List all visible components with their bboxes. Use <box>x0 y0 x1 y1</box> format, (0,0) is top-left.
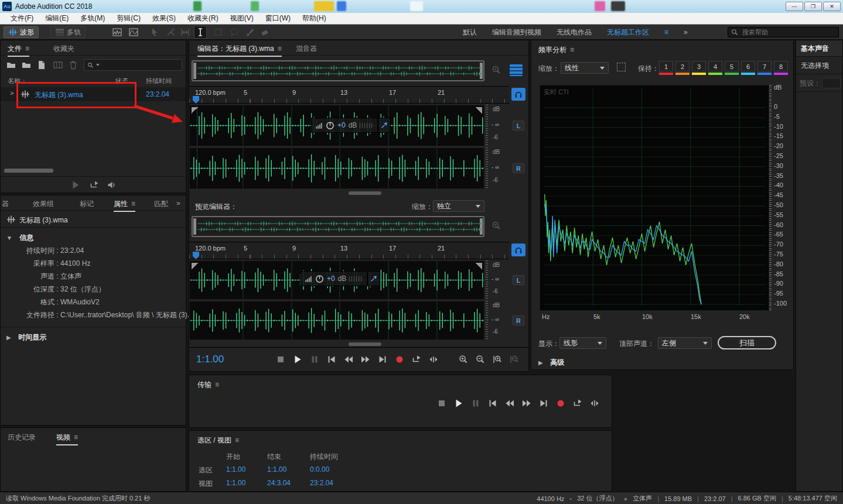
monitor-headphone-button[interactable] <box>511 244 525 256</box>
selection-time-value[interactable]: 1:1.00 <box>226 465 245 474</box>
zoom-in-button[interactable] <box>459 355 468 364</box>
selection-time-value[interactable]: 1:1.00 <box>267 465 286 474</box>
skip-to-end-button[interactable] <box>539 399 548 408</box>
move-playhead-button[interactable] <box>590 399 599 408</box>
fast-forward-button[interactable] <box>361 355 370 364</box>
expand-chevron-icon[interactable]: > <box>10 90 13 97</box>
gain-value[interactable]: +0 <box>337 121 346 129</box>
panel-menu-icon[interactable]: ≡ <box>74 433 78 441</box>
monitor-headphone-button[interactable] <box>511 88 525 101</box>
left-channel-button[interactable]: L <box>513 275 524 285</box>
import-file-icon[interactable] <box>22 60 31 70</box>
right-channel-button[interactable]: R <box>513 163 524 173</box>
column-duration[interactable]: 持续时间 <box>146 77 172 85</box>
move-tool-icon[interactable] <box>150 28 159 37</box>
play-button[interactable] <box>454 399 463 408</box>
tab-effects-rack[interactable]: 效果组 <box>33 199 54 209</box>
right-channel-waveform[interactable] <box>189 301 484 340</box>
open-file-icon[interactable] <box>6 60 16 70</box>
hold-button-2[interactable]: 2 <box>675 61 690 75</box>
selection-time-value[interactable]: 24:3.04 <box>267 479 291 487</box>
tab-properties[interactable]: 属性≡ <box>114 199 135 212</box>
lasso-tool-icon[interactable] <box>230 28 239 37</box>
menu-item[interactable]: 剪辑(C) <box>111 13 146 23</box>
skip-to-start-button[interactable] <box>488 399 497 408</box>
panel-menu-icon[interactable]: ≡ <box>215 380 219 389</box>
display-dropdown[interactable]: 线形 <box>559 337 606 349</box>
slip-tool-icon[interactable] <box>180 28 190 37</box>
tab-history[interactable]: 历史记录 <box>8 433 36 443</box>
gain-value[interactable]: +0 <box>327 275 335 283</box>
menu-item[interactable]: 窗口(W) <box>260 13 296 23</box>
timeline-ruler[interactable]: 120.0 bpm 59131721 <box>189 86 509 104</box>
tab-editor[interactable]: 编辑器：无标题 (3).wma≡ <box>197 44 282 57</box>
skip-to-start-button[interactable] <box>327 355 336 364</box>
workspace-item[interactable]: 默认 <box>463 28 477 37</box>
workspace-item[interactable]: 无线电作品 <box>557 28 592 37</box>
panel-menu-icon[interactable]: ≡ <box>131 200 135 208</box>
preview-zoom-dropdown[interactable]: 独立 <box>433 200 484 212</box>
eraser-tool-icon[interactable] <box>260 28 269 37</box>
time-display-section-header[interactable]: ▶ 时间显示 <box>6 331 46 342</box>
waveform-display[interactable]: +0 dB dB - ∞ -6 dB - ∞ -6 L R <box>189 105 530 190</box>
preview-hscrollbar[interactable] <box>192 342 484 347</box>
tab-markers[interactable]: 标记 <box>80 199 94 209</box>
skip-to-end-button[interactable] <box>378 355 387 364</box>
zoom-to-selection-button[interactable] <box>493 355 502 364</box>
marquee-tool-icon[interactable] <box>213 28 223 37</box>
preview-waveform-display[interactable]: +0 dB dB - ∞ -6 dB - ∞ -6 L R <box>189 260 530 341</box>
stop-button[interactable] <box>276 355 285 364</box>
files-scrollbar[interactable] <box>4 169 53 173</box>
more-tabs-chevron[interactable]: » <box>176 199 180 207</box>
play-button[interactable] <box>293 355 302 364</box>
time-selection-tool[interactable] <box>194 26 207 39</box>
scan-button[interactable]: 扫描 <box>718 336 776 349</box>
tab-mixer[interactable]: 混音器 <box>296 44 317 54</box>
delete-icon[interactable] <box>69 60 78 70</box>
range-handle-left[interactable] <box>193 218 196 235</box>
tab-files[interactable]: 文件≡ <box>8 44 29 57</box>
freq-scale-dropdown[interactable]: 线性 <box>561 62 609 74</box>
zoom-reset-button[interactable] <box>510 355 519 364</box>
fast-forward-button[interactable] <box>522 399 531 408</box>
razor-tool-icon[interactable] <box>166 28 176 37</box>
menu-item[interactable]: 效果(S) <box>146 13 182 23</box>
waveform-view-button[interactable]: 波形 <box>4 26 39 38</box>
current-time-display[interactable]: 1:1.00 <box>196 354 224 365</box>
editor-hscrollbar[interactable] <box>192 191 484 196</box>
new-file-icon[interactable] <box>37 60 46 70</box>
essential-sound-title[interactable]: 基本声音 <box>801 44 829 54</box>
panel-menu-icon[interactable]: ≡ <box>235 436 239 444</box>
selection-time-value[interactable]: 1:1.00 <box>226 479 245 487</box>
menu-item[interactable]: 视图(V) <box>224 13 260 23</box>
media-browser-icon[interactable] <box>53 60 63 70</box>
gain-hud[interactable]: +0 dB <box>301 271 367 286</box>
zoom-reset-icon[interactable] <box>492 221 501 230</box>
left-channel-button[interactable]: L <box>513 121 524 131</box>
top-channel-dropdown[interactable]: 左侧 <box>658 337 712 349</box>
menu-item[interactable]: 收藏夹(R) <box>182 13 224 23</box>
loop-playback-button[interactable] <box>412 355 421 364</box>
selection-time-value[interactable]: 0:0.00 <box>310 465 329 474</box>
minimize-button[interactable]: — <box>786 2 803 11</box>
menu-item[interactable]: 编辑(E) <box>39 13 74 23</box>
tab-favorites[interactable]: 收藏夹 <box>53 44 74 54</box>
tab-clipped[interactable]: 器 <box>2 199 9 209</box>
stop-button[interactable] <box>437 399 446 408</box>
preview-timeline-ruler[interactable]: 120.0 bpm 59131721 <box>189 242 509 259</box>
preview-overview-navigator[interactable] <box>192 216 484 237</box>
multitrack-view-button[interactable]: 多轨 <box>50 26 86 38</box>
pause-button[interactable] <box>471 399 480 408</box>
menu-item[interactable]: 帮助(H) <box>296 13 332 23</box>
workspace-overflow-chevron[interactable]: » <box>684 28 688 36</box>
spectral-display-icon[interactable] <box>129 28 138 37</box>
record-button[interactable] <box>556 399 565 408</box>
hold-button-6[interactable]: 6 <box>741 61 755 75</box>
hold-button-7[interactable]: 7 <box>757 61 772 75</box>
move-playhead-button[interactable] <box>429 355 438 364</box>
close-button[interactable]: ✕ <box>823 2 841 11</box>
gain-hud[interactable]: +0 dB <box>311 118 378 133</box>
frequency-graph[interactable]: 实时 CTI <box>540 85 769 311</box>
waveform-display-icon[interactable] <box>112 28 122 37</box>
help-search-box[interactable] <box>728 27 839 37</box>
